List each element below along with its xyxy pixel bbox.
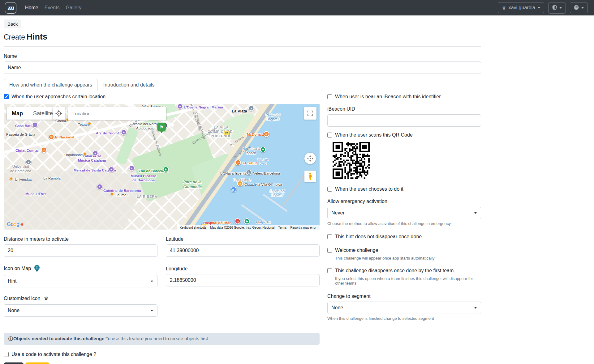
ibeacon-uid-input[interactable] [327,114,481,127]
pan-control-button[interactable] [304,153,316,164]
google-logo-letter: o [11,221,14,227]
map-position-flag-marker[interactable]: ⚑ [157,123,166,131]
map-location-search-input[interactable] [68,107,166,120]
map-poi-marker: Ψ [264,131,269,137]
emergency-label: Allow emergency activation [327,199,481,204]
crown-icon: ♛ [44,296,49,302]
not-disappear-checkbox-row: This hint does not disappear once done [327,234,481,239]
user-menu-button[interactable]: ♛ xavi guardia [498,2,544,13]
language-menu-button[interactable] [570,2,588,13]
map-poi-marker: Ψ [41,147,47,153]
emergency-select[interactable]: Never [327,207,481,219]
latitude-input[interactable] [166,244,320,257]
map-pin-info-icon [34,265,40,273]
page-title-main: Hints [27,32,48,41]
map-data-text: Map data ©2026 Google, Inst. Geogr. Naci… [208,226,276,229]
map-poi-marker: ✦ [109,167,114,172]
page-content: Back Create Hints Name How and when the … [0,15,485,364]
app-logo[interactable]: m [5,2,16,14]
report-map-error-link[interactable]: Report a map error [289,226,318,229]
map-poi-marker: H [235,218,241,224]
not-disappear-checkbox[interactable] [327,234,332,239]
chevron-down-icon [559,7,562,9]
user-name: xavi guardia [509,5,535,11]
nav-item-gallery[interactable]: Gallery [63,2,85,13]
icon-on-map-label-text: Icon on Map [4,266,31,271]
qr-code-image [333,142,481,179]
my-location-button[interactable] [53,107,65,120]
terms-link[interactable]: Terms [276,226,288,229]
map-poi-marker: ✚ [244,218,250,224]
emergency-selected-value: Never [331,210,345,216]
cancel-button[interactable]: Cancel [25,362,50,364]
save-button[interactable]: Save [4,362,24,364]
metro-station-icon [88,122,92,126]
segment-label: Change to segment [327,294,481,299]
crown-icon: ♛ [502,6,506,10]
coords-column: Latitude Longitude [166,233,320,317]
map-poi-marker: ● [237,181,243,187]
approaches-location-checkbox[interactable] [4,94,9,99]
title-divider [4,46,481,47]
map-poi-marker: ✦ [129,165,135,171]
map-poi-marker: ☂ [260,147,266,153]
nav-item-home[interactable]: Home [22,2,41,13]
chevron-down-icon [538,7,540,9]
qr-checkbox[interactable] [327,133,332,138]
google-map[interactable]: Wolt BarcelonaL'Ovella Negra | MarinaLa … [4,104,320,230]
chooses-checkbox[interactable] [327,187,332,192]
segment-select[interactable]: None [327,302,481,314]
approaches-location-checkbox-row: When the user approaches certain locatio… [4,94,320,99]
map-attribution: Keyboard shortcuts Map data ©2026 Google… [177,225,320,230]
back-button[interactable]: Back [4,19,21,28]
ibeacon-checkbox[interactable] [327,94,332,99]
tab-how-and-when[interactable]: How and when the challenge appears [4,79,98,91]
welcome-checkbox[interactable] [327,248,332,253]
info-icon: ⓘ [8,336,13,341]
alert-text: To use this feature you need to create o… [105,336,208,341]
ibeacon-checkbox-label: When user is near an iBeacon with this i… [335,94,441,99]
approaches-location-label: When the user approaches certain locatio… [11,94,105,99]
google-logo: Google [7,221,23,227]
segment-help-text: When this challenge is finished change t… [327,316,481,321]
first-team-help-text: If you select this option when a team fi… [335,276,481,286]
distance-input[interactable] [4,244,157,257]
admin-menu-button[interactable] [548,2,566,14]
map-poi-marker: ⚓ [246,170,252,176]
keyboard-shortcuts-link[interactable]: Keyboard shortcuts [178,226,208,229]
map-poi-marker: ✦ [93,150,98,156]
use-code-checkbox-row: Use a code to activate this challenge ? [4,352,320,357]
name-label: Name [4,53,481,59]
map-poi-marker: Ψ [49,134,54,140]
latitude-label: Latitude [166,236,320,242]
metro-station-icon [83,152,87,156]
longitude-input[interactable] [166,274,320,286]
map-poi-marker: ▲ [248,105,254,111]
use-code-checkbox[interactable] [4,352,9,357]
ibeacon-checkbox-row: When user is near an iBeacon with this i… [327,94,481,99]
first-team-checkbox-row: This challenge disappears once done by t… [327,268,481,273]
first-team-checkbox[interactable] [327,268,332,273]
welcome-help-text: This challenge will appear once app star… [335,256,481,260]
customized-icon-label: Customized icon ♛ [4,295,157,302]
map-button[interactable]: Map [7,107,28,120]
icon-on-map-select[interactable]: Hint [4,275,157,287]
fullscreen-button[interactable] [304,107,316,120]
metro-station-icon [110,192,114,196]
name-input[interactable] [4,61,481,74]
map-poi-marker: ✦ [121,129,127,135]
navbar-right: ♛ xavi guardia [498,2,591,14]
google-logo-letter: e [20,221,23,227]
google-logo-letter: G [7,221,11,227]
customized-icon-label-text: Customized icon [4,296,40,301]
icon-on-map-label: Icon on Map [4,265,157,273]
page-title: Create Hints [4,32,481,42]
map-type-control: Map Satellite [7,107,58,120]
tab-introduction-details[interactable]: Introduction and details [98,79,160,91]
customized-icon-select[interactable]: None [4,304,157,317]
icon-on-map-selected-value: Hint [8,278,16,284]
pegman-button[interactable] [304,171,316,182]
nav-item-events[interactable]: Events [41,2,63,13]
shield-icon [552,5,557,11]
chooses-checkbox-label: When the user chooses to do it [335,186,403,192]
